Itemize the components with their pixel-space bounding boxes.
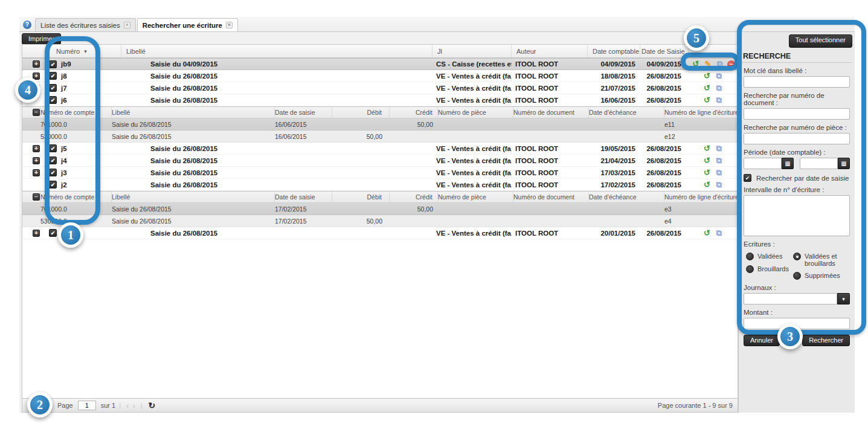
copy-icon[interactable]: ⧉ <box>715 156 724 166</box>
tab-close-icon[interactable]: × <box>226 22 233 28</box>
subgrid-row-e3[interactable]: 701000.0Saisie du 26/08/201517/02/201550… <box>22 203 738 215</box>
copy-icon[interactable]: ⧉ <box>715 83 724 93</box>
row-checkbox[interactable]: ✔ <box>49 156 57 164</box>
validate-icon[interactable]: ↺ <box>691 59 701 69</box>
journaux-select[interactable]: ▾ <box>744 293 850 304</box>
tab-liste-ecritures-saisies[interactable]: Liste des écritures saisies × <box>35 18 136 31</box>
next-page-icon[interactable]: ‹ <box>126 401 129 410</box>
row-checkbox[interactable]: ✔ <box>49 72 57 80</box>
radio-validees-et-brouillards[interactable]: Validées et brouillards <box>793 253 850 267</box>
header-auteur[interactable]: Auteur <box>512 45 588 57</box>
validate-icon[interactable]: ↺ <box>702 144 712 153</box>
copy-icon[interactable]: ⧉ <box>715 95 724 105</box>
expand-icon[interactable]: + <box>33 230 40 237</box>
radio-brouillards[interactable]: Brouillards <box>746 265 793 273</box>
help-icon[interactable]: ? <box>23 21 31 29</box>
subheader-account: Numéro de compte <box>40 192 112 202</box>
grid-row-j8[interactable]: +✔j8Saisie du 26/08/2015VE - Ventes à cr… <box>22 70 738 82</box>
expand-icon[interactable]: + <box>33 85 40 92</box>
collapse-icon[interactable]: − <box>33 193 40 201</box>
validate-icon[interactable]: ↺ <box>702 95 712 105</box>
calendar-icon[interactable]: ▦ <box>838 158 850 169</box>
piece-number-input[interactable] <box>744 133 850 144</box>
refresh-icon[interactable]: ↻ <box>149 401 156 410</box>
tab-label: Rechercher une écriture <box>143 22 222 29</box>
calendar-icon[interactable]: ▦ <box>782 158 794 169</box>
expand-icon[interactable]: + <box>33 60 40 68</box>
radio-validees[interactable]: Validées <box>746 253 793 260</box>
tab-rechercher-une-ecriture[interactable]: Rechercher une écriture × <box>137 18 238 31</box>
grid-row-j7[interactable]: +✔j7Saisie du 26/08/2015VE - Ventes à cr… <box>22 82 738 94</box>
search-by-entry-date-checkbox[interactable]: ✔ <box>744 174 751 182</box>
row-checkbox[interactable]: ✔ <box>49 60 57 68</box>
libelle-cell: Saisie du 26/08/2015 <box>121 169 432 176</box>
copy-icon[interactable]: ⧉ <box>715 59 725 69</box>
subgrid-row-e4[interactable]: 530000.0Saisie du 26/08/201517/02/201550… <box>22 215 738 227</box>
interval-textarea[interactable] <box>744 195 850 236</box>
journaux-label: Journaux : <box>744 284 850 291</box>
last-page-icon[interactable]: › <box>132 401 135 410</box>
grid-row-j2[interactable]: ✔j2Saisie du 26/08/2015VE - Ventes à cré… <box>22 179 738 191</box>
chevron-down-icon[interactable]: ▾ <box>837 293 850 304</box>
date-comptable-cell: 04/09/2015 <box>588 60 640 68</box>
keyword-input[interactable] <box>744 76 850 88</box>
validate-icon[interactable]: ↺ <box>702 228 712 238</box>
expand-icon[interactable]: + <box>33 157 40 164</box>
copy-icon[interactable]: ⧉ <box>715 228 724 238</box>
page-number-input[interactable] <box>78 401 96 410</box>
copy-icon[interactable]: ⧉ <box>715 144 724 153</box>
row-checkbox[interactable]: ✔ <box>49 96 57 104</box>
grid-row-j1[interactable]: +✔j1Saisie du 26/08/2015VE - Ventes à cr… <box>22 227 738 239</box>
expand-icon[interactable]: + <box>33 169 40 176</box>
copy-icon[interactable]: ⧉ <box>715 180 724 190</box>
grid-row-j5[interactable]: +✔j5Saisie du 26/08/2015VE - Ventes à cr… <box>22 143 738 155</box>
validate-icon[interactable]: ↺ <box>702 71 712 81</box>
interval-label: Intervalle de n° d'écriture : <box>744 186 850 193</box>
copy-icon[interactable]: ⧉ <box>715 168 724 178</box>
validate-icon[interactable]: ↺ <box>702 83 712 93</box>
subgrid-row-e12[interactable]: 530000.0Saisie du 26/08/201516/06/201550… <box>22 130 738 143</box>
auteur-cell: ITOOL ROOT <box>512 181 588 188</box>
expand-icon[interactable]: + <box>33 145 40 152</box>
delete-icon[interactable]: − <box>727 60 735 68</box>
grid-row-j3[interactable]: +✔j3Saisie du 26/08/2015VE - Ventes à cr… <box>22 167 738 179</box>
radio-supprimees[interactable]: Supprimées <box>793 272 850 280</box>
grid-row-j4[interactable]: +✔j4Saisie du 26/08/2015VE - Ventes à cr… <box>22 155 738 167</box>
print-button[interactable]: Imprimer <box>22 33 61 45</box>
row-checkbox[interactable]: ✔ <box>49 229 57 237</box>
validate-icon[interactable]: ↺ <box>702 168 712 178</box>
numero-cell: ✔j4 <box>48 156 121 164</box>
copy-icon[interactable]: ⧉ <box>715 71 724 81</box>
subheader-document: Numéro de document <box>513 192 589 202</box>
tab-close-icon[interactable]: × <box>124 22 130 28</box>
date-comptable-cell: 17/03/2015 <box>588 169 640 176</box>
row-checkbox[interactable]: ✔ <box>49 144 57 152</box>
cancel-button[interactable]: Annuler <box>744 335 780 346</box>
expand-icon[interactable]: + <box>33 72 40 80</box>
search-button[interactable]: Rechercher <box>802 335 850 346</box>
row-checkbox[interactable]: ✔ <box>49 84 57 92</box>
numero-value: j3 <box>61 169 67 176</box>
row-checkbox[interactable]: ✔ <box>49 181 57 188</box>
edit-icon[interactable]: ✎ <box>703 59 713 69</box>
header-journal[interactable]: Jl <box>432 45 512 57</box>
grid-row-jb9[interactable]: +✔jb9Saisie du 04/09/2015CS - Caisse (re… <box>22 58 738 70</box>
row-checkbox[interactable]: ✔ <box>49 169 57 176</box>
header-numero[interactable]: Numéro ▾ <box>48 45 121 57</box>
grid-row-j6[interactable]: ✔j6Saisie du 26/08/2015VE - Ventes à cré… <box>22 94 738 106</box>
document-number-input[interactable] <box>744 108 850 120</box>
validate-icon[interactable]: ↺ <box>702 156 712 166</box>
montant-input[interactable] <box>744 318 850 329</box>
period-start-input[interactable] <box>744 158 782 169</box>
validate-icon[interactable]: ↺ <box>702 180 712 190</box>
expander-cell: + <box>22 145 48 152</box>
header-date-comptable[interactable]: Date comptable <box>588 45 640 57</box>
select-all-button[interactable]: Tout sélectionner <box>789 34 852 48</box>
header-libelle[interactable]: Libellé <box>121 45 432 57</box>
row-actions: ↺✎⧉− <box>689 59 738 69</box>
subheader-echeance: Date d'échéance <box>589 107 664 118</box>
header-date-saisie[interactable]: Date de Saisie <box>640 45 689 57</box>
collapse-icon[interactable]: − <box>33 109 40 116</box>
subgrid-row-e11[interactable]: 701000.0Saisie du 26/08/201516/06/201550… <box>22 118 738 130</box>
period-end-input[interactable] <box>800 158 838 169</box>
